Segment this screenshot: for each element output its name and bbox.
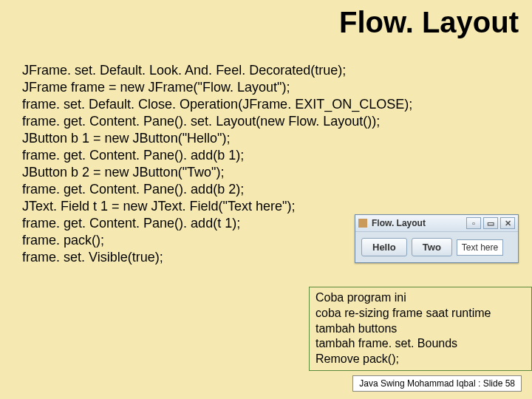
slide-footer: Java Swing Mohammad Iqbal : Slide 58 bbox=[352, 375, 522, 392]
maximize-button[interactable]: ▭ bbox=[483, 217, 498, 229]
window-titlebar[interactable]: Flow. Layout ▫ ▭ ✕ bbox=[355, 215, 518, 232]
java-icon bbox=[358, 219, 367, 228]
note-line: coba re-sizing frame saat runtime bbox=[316, 306, 525, 321]
two-button[interactable]: Two bbox=[412, 238, 452, 256]
code-line: frame. get. Content. Pane(). add(t 1); bbox=[22, 215, 412, 232]
note-line: tambah frame. set. Bounds bbox=[316, 336, 525, 352]
minimize-button[interactable]: ▫ bbox=[466, 217, 481, 229]
slide-title: Flow. Layout bbox=[339, 6, 519, 39]
note-line: tambah buttons bbox=[316, 321, 525, 337]
example-window: Flow. Layout ▫ ▭ ✕ Hello Two Text here bbox=[355, 214, 519, 263]
code-line: JText. Field t 1 = new JText. Field("Tex… bbox=[22, 198, 412, 215]
code-line: JFrame frame = new JFrame("Flow. Layout"… bbox=[22, 79, 412, 96]
close-button[interactable]: ✕ bbox=[500, 217, 515, 229]
notes-box: Coba program ini coba re-sizing frame sa… bbox=[309, 287, 532, 371]
window-title: Flow. Layout bbox=[372, 218, 466, 228]
window-title-buttons: ▫ ▭ ✕ bbox=[466, 217, 515, 229]
text-field[interactable]: Text here bbox=[457, 239, 503, 256]
window-content: Hello Two Text here bbox=[355, 232, 518, 262]
note-line: Coba program ini bbox=[316, 290, 525, 306]
code-line: frame. get. Content. Pane(). set. Layout… bbox=[22, 113, 412, 130]
code-line: frame. get. Content. Pane(). add(b 2); bbox=[22, 181, 412, 198]
code-line: frame. set. Visible(true); bbox=[22, 249, 412, 266]
code-line: frame. get. Content. Pane(). add(b 1); bbox=[22, 147, 412, 164]
code-line: frame. pack(); bbox=[22, 232, 412, 249]
code-block: JFrame. set. Default. Look. And. Feel. D… bbox=[22, 62, 412, 266]
note-line: Remove pack(); bbox=[316, 352, 525, 367]
code-line: frame. set. Default. Close. Operation(JF… bbox=[22, 96, 412, 113]
code-line: JFrame. set. Default. Look. And. Feel. D… bbox=[22, 62, 412, 79]
code-line: JButton b 1 = new JButton("Hello"); bbox=[22, 130, 412, 147]
code-line: JButton b 2 = new JButton("Two"); bbox=[22, 164, 412, 181]
hello-button[interactable]: Hello bbox=[361, 238, 407, 256]
